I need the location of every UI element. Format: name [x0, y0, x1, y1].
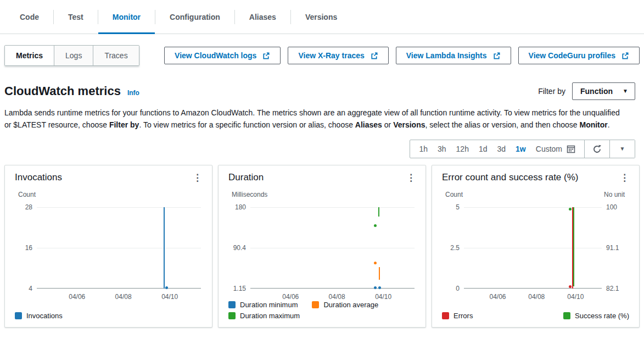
- legend-item[interactable]: Duration average: [312, 301, 378, 309]
- filter-by-label: Filter by: [538, 87, 565, 96]
- y-tick-label: 4: [29, 285, 32, 292]
- tab-aliases[interactable]: Aliases: [235, 0, 290, 34]
- time-range-1d[interactable]: 1d: [479, 145, 488, 153]
- chart-mark: [378, 207, 379, 217]
- button-label: View CodeGuru profiles: [529, 51, 615, 60]
- legend-item[interactable]: Errors: [442, 312, 473, 320]
- legend-item[interactable]: Duration minimum: [228, 301, 298, 309]
- chart-mark: [569, 208, 572, 210]
- chart-mark: [165, 286, 168, 289]
- legend-label: Duration minimum: [240, 301, 298, 309]
- tab-monitor[interactable]: Monitor: [98, 0, 155, 34]
- tab-configuration[interactable]: Configuration: [155, 0, 234, 34]
- custom-label: Custom: [536, 145, 562, 153]
- tab-code[interactable]: Code: [5, 0, 53, 34]
- legend-label: Errors: [453, 312, 473, 320]
- chart-mark: [379, 267, 380, 280]
- gridline: [37, 207, 201, 208]
- chart-card-errors: Error count and success rate (%) ⋮ Count…: [432, 165, 640, 328]
- y-tick-label: 2.5: [450, 244, 460, 252]
- y-tick-label-right: 91.1: [606, 244, 619, 252]
- x-axis-line: [464, 288, 602, 289]
- description-segment: . To view metrics for a specific functio…: [139, 120, 355, 129]
- chart-card-invocations: Invocations ⋮ Count 28 16 4 04/06 04/08 …: [4, 165, 212, 328]
- time-range-12h[interactable]: 12h: [456, 145, 469, 153]
- chart-card-duration: Duration ⋮ Milliseconds 180 90.4 1.15 04…: [218, 165, 426, 328]
- legend-label: Invocations: [26, 312, 63, 320]
- caret-down-icon: ▼: [620, 146, 625, 152]
- subtab-metrics[interactable]: Metrics: [5, 46, 54, 65]
- legend-label: Duration average: [323, 301, 378, 309]
- chart-plot: 28 16 4 04/06 04/08 04/10: [37, 207, 201, 289]
- page-header: CloudWatch metrics Info Filter by Functi…: [0, 66, 644, 100]
- y-axis-unit-label: Milliseconds: [232, 191, 267, 198]
- legend-item[interactable]: Success rate (%): [563, 312, 629, 320]
- y-tick-label: 5: [456, 203, 460, 211]
- function-tabs: Code Test Monitor Configuration Aliases …: [0, 0, 644, 34]
- time-range-1h[interactable]: 1h: [419, 145, 428, 153]
- legend-item[interactable]: Invocations: [15, 312, 63, 320]
- chart-legend: Duration minimum Duration average Durati…: [219, 301, 425, 327]
- function-filter-dropdown[interactable]: Function ▼: [572, 82, 635, 100]
- time-range-3d[interactable]: 3d: [497, 145, 506, 153]
- refresh-button[interactable]: [584, 140, 609, 158]
- description-segment: .: [608, 120, 610, 129]
- y-tick-label: 16: [25, 244, 32, 252]
- chart-mark: [374, 262, 377, 264]
- external-link-icon: [492, 52, 501, 60]
- x-tick-label: 04/06: [69, 293, 85, 301]
- x-axis-line: [37, 288, 201, 289]
- y-tick-label: 90.4: [233, 244, 246, 252]
- time-range-menu-button[interactable]: ▼: [609, 140, 635, 158]
- page-title: CloudWatch metrics: [4, 84, 121, 98]
- view-cloudwatch-logs-button[interactable]: View CloudWatch logs: [164, 47, 281, 64]
- chart-options-icon[interactable]: ⋮: [404, 173, 418, 182]
- metrics-charts: Invocations ⋮ Count 28 16 4 04/06 04/08 …: [4, 165, 640, 328]
- subtab-logs[interactable]: Logs: [54, 46, 93, 65]
- chart-mark: [374, 286, 377, 289]
- external-view-buttons: View CloudWatch logs View X-Ray traces V…: [164, 47, 640, 64]
- x-axis-line: [250, 288, 415, 289]
- view-lambda-insights-button[interactable]: View Lambda Insights: [396, 47, 511, 64]
- refresh-icon: [592, 145, 602, 154]
- time-range-3h[interactable]: 3h: [438, 145, 446, 153]
- y-axis-unit-label: Count: [445, 191, 463, 198]
- time-range-custom[interactable]: Custom: [536, 145, 575, 153]
- chart-mark: [164, 207, 165, 289]
- tab-test[interactable]: Test: [54, 0, 98, 34]
- legend-item[interactable]: Duration maximum: [228, 312, 300, 320]
- x-tick-label: 04/06: [489, 293, 506, 301]
- gridline: [250, 248, 415, 248]
- chart-options-icon[interactable]: ⋮: [618, 173, 631, 182]
- external-link-icon: [370, 52, 378, 60]
- info-link[interactable]: Info: [127, 89, 139, 97]
- legend-swatch: [228, 301, 236, 308]
- chart-legend: Errors Success rate (%): [432, 312, 639, 327]
- y-axis-unit-label-right: No unit: [604, 191, 625, 198]
- button-label: View Lambda Insights: [406, 51, 487, 60]
- y-tick-label: 28: [25, 203, 32, 211]
- gridline: [464, 207, 602, 208]
- external-link-icon: [262, 52, 270, 60]
- view-codeguru-profiles-button[interactable]: View CodeGuru profiles: [518, 47, 640, 64]
- tab-versions[interactable]: Versions: [291, 0, 351, 34]
- legend-label: Success rate (%): [575, 312, 629, 320]
- y-tick-label-right: 100: [606, 203, 617, 211]
- chart-plot: 5 2.5 0 100 91.1 82.1 04/06 04/08 04/10: [464, 207, 602, 289]
- description-text: Lambda sends runtime metrics for your fu…: [4, 107, 628, 131]
- chart-options-icon[interactable]: ⋮: [191, 173, 204, 182]
- description-bold: Aliases: [355, 120, 382, 129]
- description-segment: , select the alias or version, and then …: [425, 120, 580, 129]
- view-xray-traces-button[interactable]: View X-Ray traces: [288, 47, 388, 64]
- gridline: [37, 248, 201, 248]
- chart-title: Invocations: [15, 172, 62, 183]
- x-tick-label: 04/06: [282, 293, 299, 301]
- external-link-icon: [621, 52, 629, 60]
- caret-down-icon: ▼: [623, 88, 628, 94]
- description-bold: Filter by: [109, 120, 139, 129]
- time-range-1w[interactable]: 1w: [516, 145, 526, 153]
- legend-swatch: [312, 301, 319, 308]
- subtab-traces[interactable]: Traces: [93, 46, 138, 65]
- gridline: [464, 248, 602, 248]
- legend-swatch: [442, 312, 449, 319]
